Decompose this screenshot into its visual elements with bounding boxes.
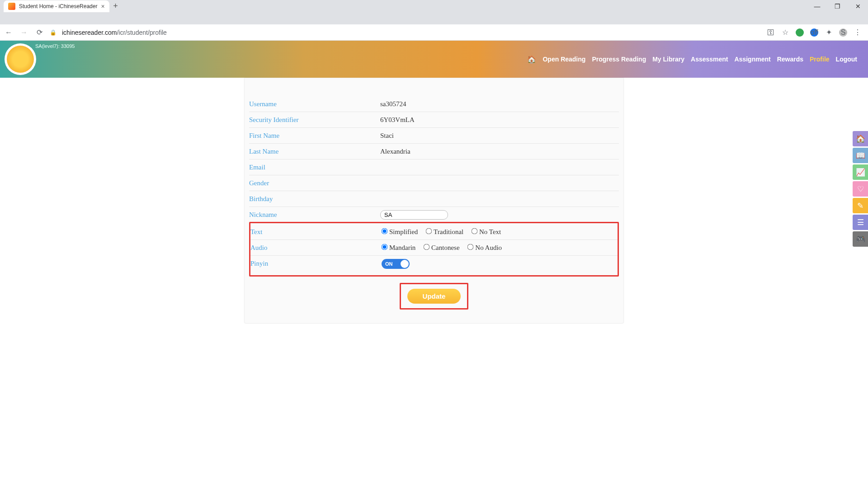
pinyin-toggle[interactable]: ON	[382, 259, 410, 269]
radio-audio-cantonese[interactable]: Cantonese	[424, 244, 459, 251]
extension-icon-1[interactable]	[796, 28, 804, 37]
profile-card: Username sa305724 Security Identifier 6Y…	[244, 78, 624, 324]
close-window-icon[interactable]: ✕	[848, 0, 868, 12]
row-email: Email	[249, 160, 619, 175]
nav-my-library[interactable]: My Library	[652, 56, 684, 63]
toggle-knob-icon	[401, 260, 409, 268]
maximize-icon[interactable]: ❐	[827, 0, 848, 12]
label-text: Text	[250, 228, 382, 236]
text-radio-group: Simplified Traditional No Text	[382, 228, 507, 236]
update-highlight: Update	[400, 283, 469, 310]
tab-strip: Student Home - iChineseReader × +	[0, 0, 868, 12]
label-first-name: First Name	[249, 132, 380, 140]
minimize-icon[interactable]: —	[807, 0, 827, 12]
row-birthday: Birthday	[249, 191, 619, 207]
update-button[interactable]: Update	[407, 289, 461, 304]
row-last-name: Last Name Alexandria	[249, 144, 619, 160]
forward-button[interactable]: →	[19, 28, 29, 37]
address-bar: ← → ⟳ 🔒 ichinesereader.com/icr/student/p…	[0, 24, 868, 41]
home-icon[interactable]: 🏠	[527, 55, 536, 64]
float-chart-icon[interactable]: 📈	[853, 164, 868, 180]
float-game-icon[interactable]: 🎮	[853, 231, 868, 247]
value-last-name: Alexandria	[380, 148, 410, 155]
site-header: SA(level7): 33095 🏠 Open Reading Progres…	[0, 41, 868, 78]
favicon-icon	[8, 3, 15, 10]
back-button[interactable]: ←	[4, 28, 14, 37]
nav-rewards[interactable]: Rewards	[777, 56, 803, 63]
floating-sidebar: 🏠 📖 📈 ♡ ✎ ☰ 🎮	[853, 131, 868, 248]
new-tab-button[interactable]: +	[109, 0, 122, 12]
nav-assignment[interactable]: Assignment	[735, 56, 771, 63]
float-heart-icon[interactable]: ♡	[853, 181, 868, 197]
nav-logout[interactable]: Logout	[836, 56, 857, 63]
value-first-name: Staci	[380, 132, 394, 140]
label-audio: Audio	[250, 244, 382, 252]
url-field[interactable]: ichinesereader.com/icr/student/profile	[62, 29, 761, 36]
nav-open-reading[interactable]: Open Reading	[542, 56, 585, 63]
avatar[interactable]	[5, 43, 36, 75]
float-list-icon[interactable]: ☰	[853, 215, 868, 230]
value-username: sa305724	[380, 100, 406, 108]
float-edit-icon[interactable]: ✎	[853, 198, 868, 213]
url-domain: ichinesereader.com	[62, 29, 117, 36]
lock-icon[interactable]: 🔒	[50, 29, 57, 36]
close-tab-icon[interactable]: ×	[101, 3, 104, 10]
float-book-icon[interactable]: 📖	[853, 148, 868, 163]
row-security-identifier: Security Identifier 6Y03VmLA	[249, 112, 619, 128]
row-username: Username sa305724	[249, 96, 619, 112]
window-controls: — ❐ ✕	[807, 0, 868, 12]
profile-avatar-icon[interactable]: S	[839, 28, 847, 37]
radio-audio-noaudio[interactable]: No Audio	[467, 244, 502, 251]
update-wrap: Update	[249, 283, 619, 310]
row-text: Text Simplified Traditional No Text	[250, 224, 618, 240]
radio-text-notext[interactable]: No Text	[472, 228, 501, 235]
avatar-robot-icon	[7, 46, 34, 73]
label-birthday: Birthday	[249, 195, 380, 203]
browser-tab[interactable]: Student Home - iChineseReader ×	[4, 0, 109, 12]
nav-assessment[interactable]: Assessment	[691, 56, 728, 63]
label-username: Username	[249, 100, 380, 108]
label-last-name: Last Name	[249, 148, 380, 155]
radio-text-simplified[interactable]: Simplified	[382, 228, 418, 235]
star-icon[interactable]: ☆	[781, 28, 789, 37]
label-security-identifier: Security Identifier	[249, 116, 380, 124]
toggle-on-label: ON	[385, 261, 393, 267]
extension-icon-2[interactable]: off	[810, 28, 818, 37]
row-gender: Gender	[249, 175, 619, 191]
highlighted-settings: Text Simplified Traditional No Text Audi…	[249, 222, 619, 277]
key-icon[interactable]: ⚿	[767, 28, 775, 37]
main-nav: 🏠 Open Reading Progress Reading My Libra…	[527, 55, 857, 64]
row-pinyin: Pinyin ON	[250, 256, 618, 272]
float-home-icon[interactable]: 🏠	[853, 131, 868, 146]
label-gender: Gender	[249, 179, 380, 187]
level-text: SA(level7): 33095	[35, 43, 75, 49]
radio-text-traditional[interactable]: Traditional	[426, 228, 463, 235]
row-audio: Audio Mandarin Cantonese No Audio	[250, 240, 618, 256]
reload-button[interactable]: ⟳	[34, 28, 44, 37]
value-security-identifier: 6Y03VmLA	[380, 116, 415, 124]
menu-icon[interactable]: ⋮	[854, 28, 862, 37]
nav-progress-reading[interactable]: Progress Reading	[592, 56, 646, 63]
nickname-input[interactable]	[380, 210, 448, 220]
addr-icons: ⚿ ☆ off ✦ S ⋮	[767, 28, 862, 37]
url-path: /icr/student/profile	[117, 29, 167, 36]
row-nickname: Nickname	[249, 207, 619, 223]
nav-profile[interactable]: Profile	[810, 56, 830, 63]
audio-radio-group: Mandarin Cantonese No Audio	[382, 244, 508, 252]
label-pinyin: Pinyin	[250, 260, 382, 267]
label-email: Email	[249, 164, 380, 171]
radio-audio-mandarin[interactable]: Mandarin	[382, 244, 415, 251]
browser-chrome: Student Home - iChineseReader × + — ❐ ✕	[0, 0, 868, 24]
label-nickname: Nickname	[249, 211, 380, 219]
tab-title: Student Home - iChineseReader	[19, 3, 97, 9]
row-first-name: First Name Staci	[249, 128, 619, 144]
extensions-icon[interactable]: ✦	[825, 28, 833, 37]
content-area: Username sa305724 Security Identifier 6Y…	[0, 78, 868, 324]
